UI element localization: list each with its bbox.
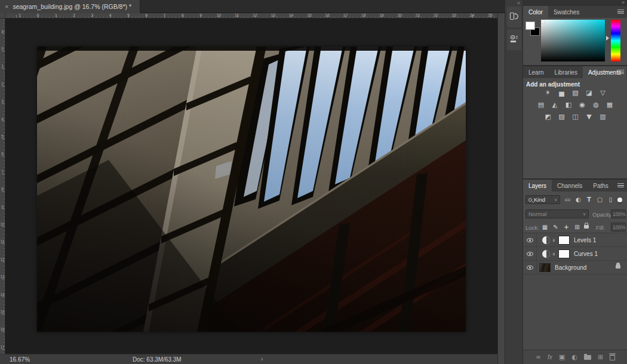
curves-icon[interactable]: ▧ bbox=[571, 88, 580, 98]
document-tab[interactable]: × seagram_building.jpg @ 16.7% (RGB/8*) … bbox=[0, 0, 140, 13]
tab-learn[interactable]: Learn bbox=[523, 66, 549, 78]
document-title: seagram_building.jpg @ 16.7% (RGB/8*) * bbox=[13, 3, 131, 10]
tab-swatches[interactable]: Swatches bbox=[548, 6, 585, 18]
scrollbar-track[interactable] bbox=[497, 13, 505, 364]
levels-icon[interactable]: ▅ bbox=[557, 88, 566, 98]
posterize-icon[interactable]: ▨ bbox=[557, 112, 566, 122]
filter-type-layers-icon[interactable]: T bbox=[585, 195, 593, 204]
visibility-toggle[interactable] bbox=[523, 247, 537, 260]
lock-all-icon[interactable] bbox=[584, 225, 589, 229]
layer-thumbnail[interactable] bbox=[539, 263, 551, 272]
threshold-icon[interactable]: ◫ bbox=[571, 112, 580, 122]
black-white-icon[interactable]: ◧ bbox=[564, 100, 573, 110]
tab-libraries[interactable]: Libraries bbox=[549, 66, 583, 78]
delete-layer-icon[interactable] bbox=[610, 354, 615, 360]
ruler-number: 5 bbox=[0, 128, 5, 145]
lock-artboard-icon[interactable]: ⊞ bbox=[573, 223, 581, 232]
gradient-map-icon[interactable]: ▼ bbox=[585, 112, 594, 122]
lock-transparent-pixels-icon[interactable]: ▦ bbox=[541, 223, 549, 232]
opacity-field[interactable]: 100% ∨ bbox=[611, 209, 626, 218]
color-panel-menu-icon[interactable] bbox=[617, 10, 624, 14]
locked-layer-icon bbox=[616, 265, 620, 269]
history-panel-button[interactable]: ····· bbox=[507, 7, 521, 27]
zoom-level-field[interactable]: 16.67% bbox=[10, 356, 30, 363]
ruler-number: 6 bbox=[137, 13, 155, 18]
adjustment-layer-icon[interactable] bbox=[542, 250, 550, 258]
ruler-number: 10 bbox=[210, 13, 228, 18]
add-mask-icon[interactable]: ▣ bbox=[559, 354, 565, 360]
status-chevron-icon[interactable]: › bbox=[261, 356, 263, 362]
layer-effects-icon[interactable]: fx bbox=[548, 354, 552, 360]
mask-link-icon[interactable]: ∞ bbox=[551, 251, 557, 257]
layer-mask-thumbnail[interactable] bbox=[558, 236, 570, 245]
filter-shape-layers-icon[interactable]: ▢ bbox=[596, 195, 604, 204]
invert-icon[interactable]: ◩ bbox=[543, 112, 552, 122]
ruler-number: 4 bbox=[101, 13, 119, 18]
lock-image-pixels-icon[interactable]: ✎ bbox=[552, 223, 560, 232]
ruler-number: 5 bbox=[119, 13, 137, 18]
brightness-contrast-icon[interactable]: ☀ bbox=[543, 88, 552, 98]
exposure-icon[interactable]: ◪ bbox=[585, 88, 594, 98]
fill-value: 100% bbox=[613, 224, 626, 230]
visibility-toggle[interactable] bbox=[523, 233, 537, 246]
filter-adjustment-layers-icon[interactable]: ◐ bbox=[574, 195, 582, 204]
color-lookup-icon[interactable]: ▦ bbox=[606, 100, 614, 110]
mask-link-icon[interactable]: ∞ bbox=[551, 237, 557, 243]
layer-name[interactable]: Levels 1 bbox=[574, 237, 596, 243]
hue-slider-marker-icon[interactable] bbox=[606, 36, 609, 41]
vibrance-icon[interactable]: ▽ bbox=[598, 88, 607, 98]
properties-icon bbox=[509, 34, 519, 44]
channel-mixer-icon[interactable]: ◍ bbox=[592, 100, 601, 110]
ruler-number: 13 bbox=[264, 13, 282, 18]
dock-header: » bbox=[523, 0, 627, 6]
filter-pixel-layers-icon[interactable]: ▭ bbox=[564, 195, 571, 204]
fill-field[interactable]: 100% ∨ bbox=[611, 223, 626, 232]
color-balance-icon[interactable]: ◭ bbox=[551, 100, 560, 110]
chevron-down-icon: ∨ bbox=[583, 212, 586, 217]
foreground-color-swatch[interactable] bbox=[525, 21, 535, 30]
selective-color-icon[interactable]: ▥ bbox=[598, 112, 607, 122]
link-layers-icon[interactable]: ∞ bbox=[536, 354, 541, 360]
document-canvas[interactable] bbox=[37, 47, 466, 332]
horizontal-ruler[interactable]: 1012345678910111213141516171819202122232… bbox=[5, 13, 497, 18]
properties-panel-button[interactable]: ····· bbox=[507, 29, 521, 50]
filter-smart-objects-icon[interactable]: ▯ bbox=[607, 195, 614, 204]
layers-panel-tabs: Layers Channels Paths bbox=[523, 180, 627, 192]
tab-channels[interactable]: Channels bbox=[552, 180, 588, 192]
layer-row-levels[interactable]: ∞ Levels 1 bbox=[523, 233, 627, 247]
grip-dots: ····· bbox=[510, 7, 518, 10]
ruler-number: 23 bbox=[445, 13, 463, 18]
layer-name[interactable]: Curves 1 bbox=[574, 251, 598, 257]
visibility-toggle[interactable] bbox=[523, 261, 537, 274]
new-layer-icon[interactable]: ⊞ bbox=[598, 354, 603, 360]
hue-slider[interactable] bbox=[611, 20, 620, 61]
collapsed-panel-dock: « ····· ····· bbox=[505, 0, 522, 364]
doc-size-info[interactable]: Doc: 63.3M/63.3M bbox=[133, 356, 182, 363]
layer-row-curves[interactable]: ∞ Curves 1 bbox=[523, 247, 627, 261]
layer-filter-dropdown[interactable]: Kind ∨ bbox=[525, 195, 560, 204]
layers-panel-menu-icon[interactable] bbox=[617, 183, 624, 187]
grip-dots: ····· bbox=[510, 30, 518, 33]
layer-mask-thumbnail[interactable] bbox=[558, 249, 570, 258]
ruler-number: 20 bbox=[391, 13, 408, 18]
tab-paths[interactable]: Paths bbox=[588, 180, 614, 192]
photo-filter-icon[interactable]: ◉ bbox=[578, 100, 587, 110]
vertical-ruler[interactable]: 101234567891011121314151617 bbox=[0, 18, 5, 354]
new-adjustment-layer-icon[interactable]: ◐ bbox=[571, 354, 577, 360]
color-gradient-field[interactable] bbox=[541, 20, 605, 61]
adjustments-panel-menu-icon[interactable] bbox=[617, 70, 624, 74]
layer-row-background[interactable]: Background bbox=[523, 261, 627, 274]
new-group-icon[interactable] bbox=[584, 355, 591, 360]
collapse-dock-icon[interactable]: » bbox=[622, 0, 624, 5]
tab-color[interactable]: Color bbox=[523, 6, 548, 18]
layer-name[interactable]: Background bbox=[555, 264, 586, 271]
close-icon[interactable]: × bbox=[5, 4, 8, 10]
color-picker-marker[interactable] bbox=[542, 20, 545, 23]
blend-mode-dropdown[interactable]: Normal ∨ bbox=[525, 209, 589, 218]
hue-saturation-icon[interactable]: ▤ bbox=[537, 100, 546, 110]
tab-layers[interactable]: Layers bbox=[523, 180, 552, 192]
filter-toggle-icon[interactable] bbox=[617, 198, 622, 202]
adjustment-layer-icon[interactable] bbox=[542, 236, 550, 244]
expand-dock-icon[interactable]: « bbox=[517, 0, 520, 6]
lock-position-icon[interactable]: + bbox=[563, 223, 570, 232]
